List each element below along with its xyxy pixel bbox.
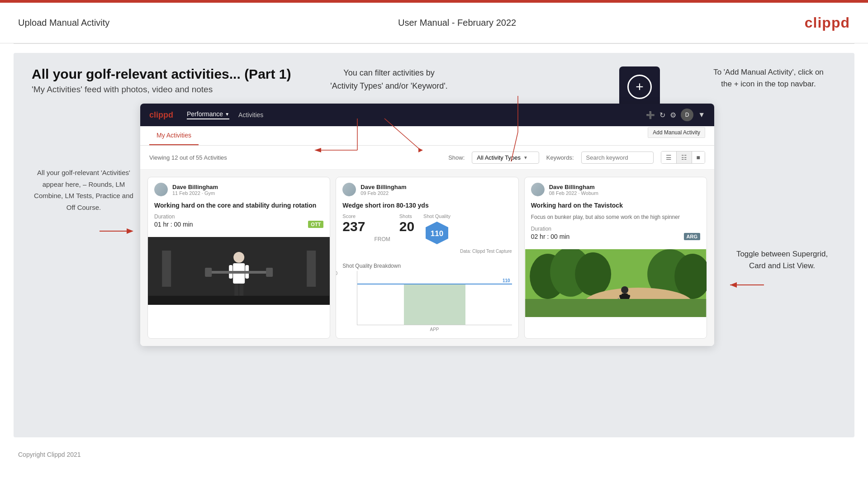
data-source-label: Data: Clippd Test Capture <box>342 249 512 254</box>
activity-type-dropdown[interactable]: All Activity Types ▼ <box>472 152 539 164</box>
card-1-header: Dave Billingham 11 Feb 2022 · Gym <box>148 177 330 200</box>
card-1-body: Duration 01 hr : 00 min OTT <box>148 213 330 237</box>
svg-point-20 <box>575 252 611 296</box>
document-title: User Manual - February 2022 <box>398 18 516 28</box>
chart-container: 100 50 0 110 <box>342 271 512 332</box>
card-1-title: Working hard on the core and stability d… <box>148 200 330 213</box>
card-1-user-name: Dave Billingham <box>172 184 218 190</box>
score-value: 237 <box>342 219 365 234</box>
dropdown-arrow-icon: ▼ <box>523 155 528 160</box>
card-2-body: Score 237 FROM Shots 20 Shot Q <box>336 213 518 260</box>
card-3-user-info: Dave Billingham 08 Feb 2022 · Woburn <box>549 184 598 196</box>
card-3-avatar <box>531 183 545 196</box>
svg-rect-10 <box>239 284 243 297</box>
card-3-duration-row: 02 hr : 00 min ARG <box>531 233 700 240</box>
filter-callout: You can filter activities by 'Activity T… <box>330 66 448 93</box>
left-arrow-svg <box>100 222 136 240</box>
settings-nav-icon[interactable]: ⚙ <box>670 111 676 119</box>
chart-x-label: APP <box>357 327 512 332</box>
card-1-tag: OTT <box>308 221 323 228</box>
chart-area: 110 <box>357 271 512 325</box>
card-1-gym-photo <box>148 237 330 305</box>
main-content-area: All your golf-relevant activities... (Pa… <box>14 53 854 437</box>
shots-stat: Shots 20 <box>399 213 414 245</box>
from-label: FROM <box>374 213 390 245</box>
svg-rect-12 <box>205 268 212 277</box>
right-callout: Toggle between Supergrid, Card and List … <box>719 104 836 294</box>
gym-image-svg <box>148 237 330 305</box>
right-arrow-svg <box>728 276 764 294</box>
hexagon-svg: 110 <box>425 221 449 245</box>
svg-rect-14 <box>148 296 329 305</box>
plus-circle-icon: + <box>627 75 652 99</box>
card-2-header: Dave Billingham 09 Feb 2022 <box>336 177 518 200</box>
card-1-avatar <box>154 183 168 196</box>
add-manual-button-demo[interactable]: + <box>619 66 660 107</box>
keyword-search-input[interactable] <box>581 152 654 164</box>
card-2-stats: Score 237 FROM Shots 20 Shot Q <box>342 213 512 245</box>
dropdown-nav-icon[interactable]: ▼ <box>698 111 705 119</box>
add-nav-icon[interactable]: ➕ <box>646 111 655 119</box>
svg-text:110: 110 <box>431 229 443 238</box>
shot-quality-label: Shot Quality <box>423 213 451 219</box>
filter-controls: Show: All Activity Types ▼ Keywords: ☰ ☷… <box>448 151 705 164</box>
top-bar: Upload Manual Activity User Manual - Feb… <box>0 3 868 43</box>
activity-cards-grid: Dave Billingham 11 Feb 2022 · Gym Workin… <box>140 170 714 346</box>
card-3-tag: ARG <box>684 233 700 240</box>
grid-view-button[interactable]: ☷ <box>677 152 692 163</box>
nav-performance[interactable]: Performance ▼ <box>187 110 229 119</box>
svg-rect-3 <box>162 251 171 287</box>
card-3-description: Focus on bunker play, but also some work… <box>531 213 700 221</box>
chart-top-line: 110 <box>357 284 512 284</box>
app-logo: clippd <box>149 110 173 120</box>
main-layout: All your golf-relevant 'Activities' appe… <box>32 104 836 346</box>
add-manual-tooltip: Add Manual Activity <box>648 127 705 138</box>
footer: Copyright Clippd 2021 <box>0 446 868 463</box>
card-3-duration-value: 02 hr : 00 min <box>531 233 570 240</box>
chart-y-labels: 100 50 0 <box>336 271 337 332</box>
shot-quality-hex: 110 <box>425 221 449 245</box>
refresh-nav-icon[interactable]: ↻ <box>659 111 665 119</box>
shots-value: 20 <box>399 219 414 234</box>
nav-activities[interactable]: Activities <box>238 111 263 118</box>
detail-view-button[interactable]: ■ <box>692 152 705 163</box>
shot-chart: Shot Quality Breakdown 100 50 0 <box>336 260 518 338</box>
card-2-user-name: Dave Billingham <box>360 184 406 190</box>
app-nav-items: Performance ▼ Activities <box>187 110 646 119</box>
card-1-user-info: Dave Billingham 11 Feb 2022 · Gym <box>172 184 218 196</box>
card-1-duration-row: 01 hr : 00 min OTT <box>154 221 323 228</box>
svg-rect-4 <box>307 251 316 287</box>
card-3-duration-area: Duration 02 hr : 00 min ARG <box>525 226 707 249</box>
list-view-button[interactable]: ☰ <box>661 152 677 163</box>
user-avatar-nav[interactable]: D <box>681 109 693 121</box>
card-3-header: Dave Billingham 08 Feb 2022 · Woburn <box>525 177 707 200</box>
card-3-title: Working hard on the Tavistock <box>525 200 707 213</box>
card-1-date: 11 Feb 2022 · Gym <box>172 190 218 196</box>
score-stat: Score 237 <box>342 213 365 245</box>
app-navbar: clippd Performance ▼ Activities ➕ ↻ ⚙ D <box>140 104 714 126</box>
card-3-date: 08 Feb 2022 · Woburn <box>549 190 598 196</box>
card-2-user-info: Dave Billingham 09 Feb 2022 <box>360 184 406 196</box>
app-tabs: My Activities <box>140 126 714 146</box>
viewing-count: Viewing 12 out of 55 Activities <box>149 154 227 161</box>
card-3-duration-label: Duration <box>531 226 700 232</box>
show-label: Show: <box>448 154 465 161</box>
shot-quality-stat: Shot Quality 110 <box>423 213 451 245</box>
chart-value-label: 110 <box>503 278 510 283</box>
app-screenshot: clippd Performance ▼ Activities ➕ ↻ ⚙ D <box>140 104 714 346</box>
card-3-body: Focus on bunker play, but also some work… <box>525 213 707 226</box>
app-nav-right: ➕ ↻ ⚙ D ▼ <box>646 109 705 121</box>
clippd-logo-main: clippd <box>805 14 850 31</box>
upload-manual-activity-label: Upload Manual Activity <box>18 18 109 28</box>
svg-point-24 <box>621 286 628 294</box>
card-2-avatar <box>342 183 356 196</box>
hero-title: All your golf-relevant activities... (Pa… <box>32 66 291 82</box>
left-callout: All your golf-relevant 'Activities' appe… <box>32 104 136 240</box>
card-1-avatar-img <box>154 183 168 196</box>
card-3-user-name: Dave Billingham <box>549 184 598 190</box>
my-activities-tab[interactable]: My Activities <box>149 126 199 145</box>
keywords-label: Keywords: <box>546 154 574 161</box>
card-1-duration-value: 01 hr : 00 min <box>154 221 193 228</box>
hero-subtitle: 'My Activities' feed with photos, video … <box>32 85 291 95</box>
activity-filters: Viewing 12 out of 55 Activities Show: Al… <box>140 146 714 170</box>
